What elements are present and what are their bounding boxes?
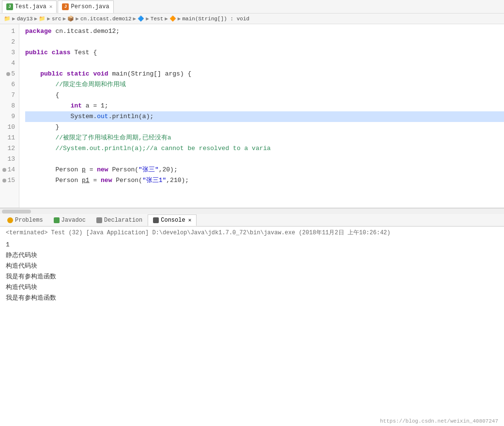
code-lines[interactable]: package cn.itcast.demo12; public class T… (19, 24, 504, 208)
console-output-6: 我是有参构造函数 (6, 293, 498, 304)
code-line-12: //System.out.println(a);//a cannot be re… (25, 143, 504, 154)
code-line-7: { (25, 90, 504, 101)
breadcrumb-method: main(String[]) : void (182, 16, 249, 22)
javadoc-icon (54, 217, 60, 223)
code-line-4 (25, 58, 504, 69)
code-line-9: System.out.println(a); (25, 111, 504, 122)
problems-icon (7, 217, 13, 223)
panel-tab-console[interactable]: Console ✕ (148, 214, 197, 226)
panel-tab-declaration-label: Declaration (104, 217, 142, 224)
tab-person-java[interactable]: J Person.java (58, 0, 113, 13)
breadcrumb-icon-src: 📁 (39, 15, 46, 22)
code-line-6: //限定生命周期和作用域 (25, 79, 504, 90)
breakpoint-dot-5 (6, 72, 10, 76)
declaration-icon (96, 217, 102, 223)
ln-5: 5 (0, 69, 19, 79)
breadcrumb-icon-test: 🔷 (137, 15, 144, 22)
line-numbers: 1 2 3 4 5 6 7 8 9 10 11 12 13 14 15 (0, 24, 19, 208)
code-line-5: public static void main(String[] args) { (25, 69, 504, 79)
code-line-1: package cn.itcast.demo12; (25, 26, 504, 37)
console-output-4: 我是有参构造函数 (6, 272, 498, 282)
breakpoint-dot-15 (2, 179, 6, 183)
ln-9: 9 (0, 111, 19, 122)
panel-tab-problems-label: Problems (15, 217, 43, 224)
breakpoint-dot-14 (2, 168, 6, 172)
tab-label-test: Test.java (15, 3, 46, 10)
panel-tab-console-label: Console (161, 217, 185, 224)
code-line-13 (25, 154, 504, 165)
code-line-8: int a = 1; (25, 101, 504, 111)
panel-tab-declaration[interactable]: Declaration (91, 214, 148, 226)
tab-label-person: Person.java (71, 3, 109, 10)
editor-area[interactable]: 1 2 3 4 5 6 7 8 9 10 11 12 13 14 15 pack… (0, 24, 504, 208)
tab-icon-person: J (62, 3, 69, 10)
breadcrumb-day13: day13 (17, 16, 33, 22)
ln-14: 14 (0, 165, 19, 175)
breadcrumb: 📁 ▶ day13 ▶ 📁 ▶ src ▶ 📦 ▶ cn.itcast.demo… (0, 14, 504, 24)
ln-12: 12 (0, 143, 19, 154)
ln-1: 1 (0, 26, 19, 37)
breadcrumb-icon-day13: 📁 (4, 15, 11, 22)
console-output-2: 静态代码块 (6, 250, 498, 261)
breadcrumb-icon-method: 🔶 (169, 15, 176, 22)
panel-tabs: Problems Javadoc Declaration Console ✕ (0, 214, 504, 227)
tab-test-java[interactable]: J Test.java ✕ (2, 0, 57, 13)
console-terminated-line: <terminated> Test (32) [Java Application… (6, 228, 498, 237)
panel-tab-javadoc-label: Javadoc (61, 217, 86, 224)
code-line-11: //被限定了作用域和生命周期,已经没有a (25, 133, 504, 143)
console-output-5: 构造代码块 (6, 282, 498, 293)
ln-3: 3 (0, 47, 19, 58)
breadcrumb-src: src (52, 16, 61, 22)
ln-15: 15 (0, 175, 19, 186)
code-line-3: public class Test { (25, 47, 504, 58)
ln-7: 7 (0, 90, 19, 101)
ln-8: 8 (0, 101, 19, 111)
ln-10: 10 (0, 122, 19, 133)
ln-2: 2 (0, 37, 19, 47)
panel-tab-javadoc[interactable]: Javadoc (48, 214, 91, 226)
console-output-3: 构造代码块 (6, 261, 498, 272)
console-close[interactable]: ✕ (188, 217, 192, 223)
console-area[interactable]: <terminated> Test (32) [Java Application… (0, 227, 504, 305)
ln-11: 11 (0, 133, 19, 143)
code-line-15: Person p1 = new Person("张三1",210); (25, 175, 504, 186)
tab-bar: J Test.java ✕ J Person.java (0, 0, 504, 14)
scrollbar-thumb[interactable] (2, 210, 31, 213)
ln-6: 6 (0, 79, 19, 90)
watermark: https://blog.csdn.net/weixin_40807247 (380, 418, 498, 424)
tab-close-test[interactable]: ✕ (49, 3, 53, 10)
breadcrumb-icon-pkg: 📦 (67, 15, 74, 22)
code-line-2 (25, 37, 504, 47)
ln-4: 4 (0, 58, 19, 69)
panel-tab-problems[interactable]: Problems (2, 214, 48, 226)
code-line-10: } (25, 122, 504, 133)
horizontal-scrollbar[interactable] (0, 208, 504, 214)
tab-icon-test: J (6, 3, 13, 10)
breadcrumb-test: Test (151, 16, 163, 22)
console-wrapper: <terminated> Test (32) [Java Application… (0, 227, 504, 426)
code-line-14: Person p = new Person("张三",20); (25, 165, 504, 175)
bottom-panel: Problems Javadoc Declaration Console ✕ <… (0, 214, 504, 426)
breadcrumb-package: cn.itcast.demo12 (80, 16, 132, 22)
console-icon (153, 217, 159, 223)
ln-13: 13 (0, 154, 19, 165)
console-output-1: 1 (6, 240, 498, 250)
